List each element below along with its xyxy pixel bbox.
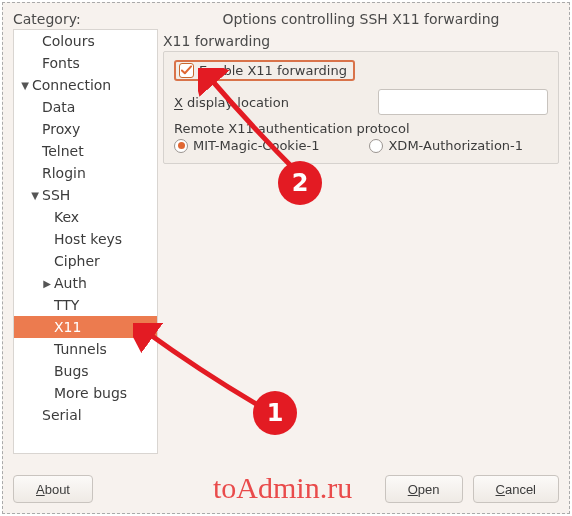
tree-item-ssh[interactable]: ▼SSH [14, 184, 157, 206]
tree-item-label: Fonts [42, 55, 80, 71]
dialog-frame: Category: Options controlling SSH X11 fo… [2, 2, 570, 514]
x11-panel: X11 forwarding Enable X11 forwarding X d… [163, 33, 559, 153]
tree-item-label: Cipher [54, 253, 100, 269]
tree-item-host-keys[interactable]: Host keys [14, 228, 157, 250]
tree-caret-icon: ▼ [28, 190, 42, 201]
tree-item-kex[interactable]: Kex [14, 206, 157, 228]
about-button[interactable]: About [13, 475, 93, 503]
remote-auth-label: Remote X11 authentication protocol [174, 121, 548, 136]
enable-x11-label: Enable X11 forwarding [199, 63, 347, 78]
tree-caret-icon: ▶ [40, 278, 54, 289]
tree-item-label: Telnet [42, 143, 84, 159]
radio-label: MIT-Magic-Cookie-1 [193, 138, 319, 153]
tree-item-tty[interactable]: TTY [14, 294, 157, 316]
radio-icon [174, 139, 188, 153]
tree-item-label: Data [42, 99, 75, 115]
tree-item-more-bugs[interactable]: More bugs [14, 382, 157, 404]
tree-item-label: Connection [32, 77, 111, 93]
tree-item-colours[interactable]: Colours [14, 30, 157, 52]
tree-item-cipher[interactable]: Cipher [14, 250, 157, 272]
annotation-badge-2: 2 [278, 161, 322, 205]
tree-item-x11[interactable]: X11 [14, 316, 157, 338]
tree-item-label: TTY [54, 297, 79, 313]
tree-item-proxy[interactable]: Proxy [14, 118, 157, 140]
radio-icon [369, 139, 383, 153]
tree-item-fonts[interactable]: Fonts [14, 52, 157, 74]
tree-item-label: Tunnels [54, 341, 107, 357]
category-heading: Category: [13, 11, 81, 27]
enable-x11-forwarding-checkbox[interactable]: Enable X11 forwarding [174, 60, 355, 81]
x-display-location-label: X display location [174, 95, 289, 110]
tree-item-connection[interactable]: ▼Connection [14, 74, 157, 96]
tree-item-label: Bugs [54, 363, 89, 379]
open-button[interactable]: Open [385, 475, 463, 503]
page-title: Options controlling SSH X11 forwarding [163, 11, 559, 27]
auth-protocol-radio-group: MIT-Magic-Cookie-1XDM-Authorization-1 [174, 138, 548, 153]
x11-group-box: Enable X11 forwarding X display location… [163, 51, 559, 164]
tree-item-label: Auth [54, 275, 87, 291]
tree-item-data[interactable]: Data [14, 96, 157, 118]
auth-radio-xdm[interactable]: XDM-Authorization-1 [369, 138, 523, 153]
cancel-button[interactable]: Cancel [473, 475, 559, 503]
tree-item-telnet[interactable]: Telnet [14, 140, 157, 162]
tree-item-label: Colours [42, 33, 95, 49]
tree-item-label: Kex [54, 209, 79, 225]
x-display-location-input[interactable] [378, 89, 548, 115]
tree-caret-icon: ▼ [18, 80, 32, 91]
tree-item-label: Proxy [42, 121, 80, 137]
tree-item-tunnels[interactable]: Tunnels [14, 338, 157, 360]
dialog-button-row: About Open Cancel [13, 475, 559, 503]
tree-item-rlogin[interactable]: Rlogin [14, 162, 157, 184]
tree-item-label: Host keys [54, 231, 122, 247]
checkbox-icon [179, 63, 194, 78]
x11-group-label: X11 forwarding [163, 33, 559, 49]
tree-item-label: Rlogin [42, 165, 86, 181]
annotation-badge-1: 1 [253, 391, 297, 435]
category-tree[interactable]: ColoursFonts▼ConnectionDataProxyTelnetRl… [13, 29, 158, 454]
tree-item-label: X11 [54, 319, 81, 335]
tree-item-serial[interactable]: Serial [14, 404, 157, 426]
auth-radio-mit[interactable]: MIT-Magic-Cookie-1 [174, 138, 319, 153]
tree-item-label: More bugs [54, 385, 127, 401]
tree-item-bugs[interactable]: Bugs [14, 360, 157, 382]
tree-item-auth[interactable]: ▶Auth [14, 272, 157, 294]
radio-label: XDM-Authorization-1 [388, 138, 523, 153]
tree-item-label: SSH [42, 187, 70, 203]
tree-item-label: Serial [42, 407, 82, 423]
